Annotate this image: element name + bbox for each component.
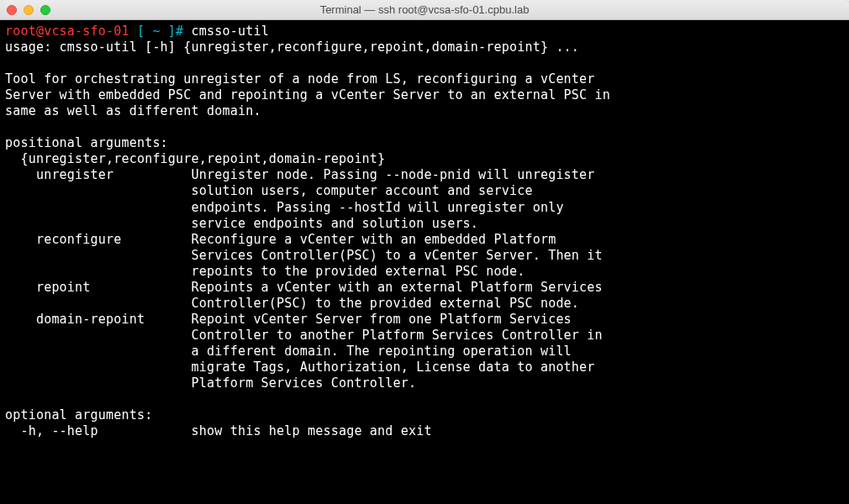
prompt-lbracket: [ <box>129 24 153 39</box>
titlebar[interactable]: Terminal — ssh root@vcsa-sfo-01.cpbu.lab <box>0 0 849 20</box>
traffic-lights <box>7 5 50 15</box>
terminal-output: usage: cmsso-util [-h] {unregister,recon… <box>5 39 610 438</box>
terminal-body[interactable]: root@vcsa-sfo-01 [ ~ ]# cmsso-util usage… <box>0 20 849 504</box>
prompt-user-host: root@vcsa-sfo-01 <box>5 24 129 39</box>
close-icon[interactable] <box>7 5 17 15</box>
terminal-window: Terminal — ssh root@vcsa-sfo-01.cpbu.lab… <box>0 0 849 504</box>
maximize-icon[interactable] <box>40 5 50 15</box>
window-title: Terminal — ssh root@vcsa-sfo-01.cpbu.lab <box>0 3 849 16</box>
prompt-path: ~ <box>152 24 160 39</box>
minimize-icon[interactable] <box>24 5 34 15</box>
prompt-rbracket: ]# <box>161 24 192 39</box>
prompt-command: cmsso-util <box>192 24 269 39</box>
